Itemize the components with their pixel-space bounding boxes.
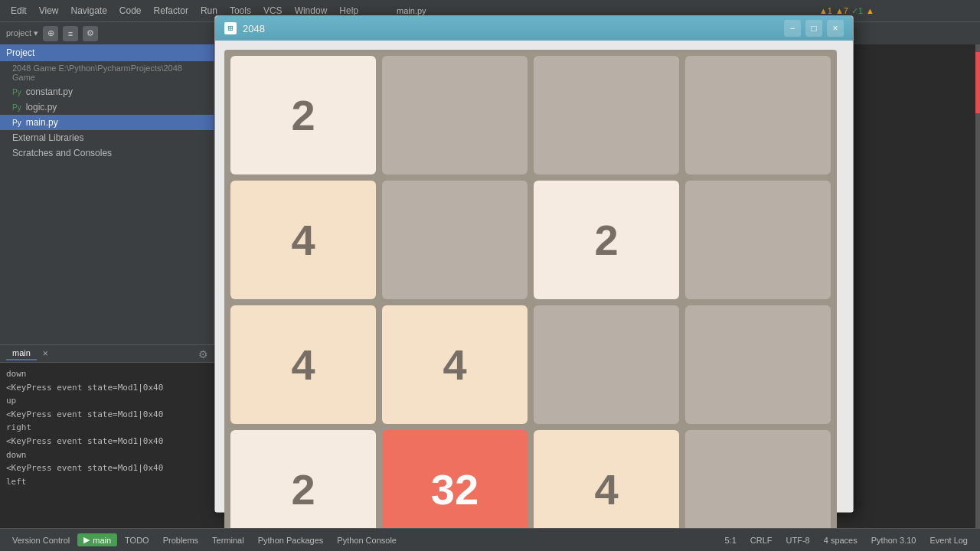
warning-badge-3: ▲ <box>866 6 874 15</box>
terminal-status[interactable]: Terminal <box>206 536 250 545</box>
sidebar-project-path: 2048 Game E:\Python\PycharmProjects\2048… <box>0 61 214 84</box>
tile-2-3 <box>685 305 831 424</box>
console-header: main × ⚙ <box>0 345 214 363</box>
python-console-status[interactable]: Python Console <box>331 536 403 545</box>
maximize-button[interactable]: □ <box>805 20 822 37</box>
project-label: Project <box>6 47 34 58</box>
console-area: main × ⚙ down <KeyPress event state=Mod1… <box>0 344 214 528</box>
console-line-9: left <box>6 475 208 489</box>
menu-code[interactable]: Code <box>115 4 146 18</box>
game-window: ⊞ 2048 − □ × 2 4 2 4 4 2 32 <box>214 15 854 513</box>
version-control-status[interactable]: Version Control <box>6 536 76 545</box>
game-board-container: 2 4 2 4 4 2 32 4 <box>215 41 853 512</box>
console-settings-icon[interactable]: ⚙ <box>198 348 208 360</box>
close-button[interactable]: × <box>827 20 844 37</box>
python-icon-3: Py <box>12 119 21 127</box>
scroll-thumb <box>975 52 980 113</box>
sidebar-file-main[interactable]: Py main.py <box>0 115 214 130</box>
collapse-icon[interactable]: ≡ <box>63 26 78 41</box>
tile-0-0: 2 <box>230 56 376 174</box>
indent: 4 spaces <box>818 536 864 545</box>
console-line-6: <KeyPress event state=Mod1|0x40 <box>6 435 208 448</box>
python-version: Python 3.10 <box>865 536 923 545</box>
console-line-8: <KeyPress event state=Mod1|0x40 <box>6 461 208 475</box>
python-packages-status[interactable]: Python Packages <box>252 536 330 545</box>
warning-badge: ▲1 <box>819 6 832 15</box>
todo-status[interactable]: TODO <box>119 536 155 545</box>
line-separator: CRLF <box>744 536 779 545</box>
tile-0-2 <box>534 56 679 174</box>
tile-2-0: 4 <box>230 305 376 424</box>
event-log-status[interactable]: Event Log <box>923 536 974 545</box>
python-icon-2: Py <box>12 103 21 112</box>
tile-1-0: 4 <box>230 181 376 299</box>
tile-0-3 <box>685 56 831 174</box>
menu-navigate[interactable]: Navigate <box>66 4 111 18</box>
minimize-button[interactable]: − <box>784 20 801 37</box>
tile-2-1: 4 <box>382 305 528 424</box>
tile-1-3 <box>685 181 831 299</box>
python-icon: Py <box>12 88 21 96</box>
console-tab-main[interactable]: main <box>6 347 37 360</box>
problems-status[interactable]: Problems <box>157 536 204 545</box>
status-bar: Version Control ▶ main TODO Problems Ter… <box>0 528 980 551</box>
menu-refactor[interactable]: Refactor <box>149 4 193 18</box>
menu-view[interactable]: View <box>34 4 64 18</box>
menu-edit[interactable]: Edit <box>6 4 31 18</box>
tile-1-1 <box>382 181 528 299</box>
ok-badge: ✓1 <box>851 6 863 16</box>
project-dropdown[interactable]: project ▾ <box>6 28 38 38</box>
sidebar-file-constant[interactable]: Py constant.py <box>0 84 214 99</box>
console-line-7: down <box>6 448 208 462</box>
console-line-5: right <box>6 421 208 435</box>
tile-0-1 <box>382 56 528 174</box>
console-output: down <KeyPress event state=Mod1|0x40 up … <box>0 363 214 493</box>
sidebar-scratches[interactable]: Scratches and Consoles <box>0 145 214 161</box>
game-icon: ⊞ <box>224 22 237 34</box>
tile-2-2 <box>534 305 679 424</box>
warning-badge-2: ▲7 <box>835 6 848 15</box>
project-header[interactable]: Project <box>0 44 214 61</box>
console-close-icon[interactable]: × <box>43 348 48 359</box>
game-grid: 2 4 2 4 4 2 32 4 <box>224 50 837 551</box>
active-file-title: main.py <box>397 6 426 15</box>
scroll-indicator[interactable] <box>975 44 980 528</box>
console-line-2: <KeyPress event state=Mod1|0x40 <box>6 381 208 395</box>
game-titlebar: ⊞ 2048 − □ × <box>215 16 853 41</box>
cursor-position: 5:1 <box>719 536 743 545</box>
console-line-3: up <box>6 394 208 408</box>
sidebar-file-logic[interactable]: Py logic.py <box>0 99 214 115</box>
window-controls: − □ × <box>784 20 844 37</box>
sidebar-external-libs[interactable]: External Libraries <box>0 130 214 145</box>
settings-icon[interactable]: ⚙ <box>83 26 98 41</box>
console-line-1: down <box>6 367 208 381</box>
tile-1-2: 2 <box>534 181 679 299</box>
encoding: UTF-8 <box>780 536 816 545</box>
game-title: 2048 <box>243 23 778 34</box>
navigate-icon[interactable]: ⊕ <box>43 26 58 41</box>
console-line-4: <KeyPress event state=Mod1|0x40 <box>6 408 208 422</box>
run-button[interactable]: ▶ main <box>77 533 117 546</box>
